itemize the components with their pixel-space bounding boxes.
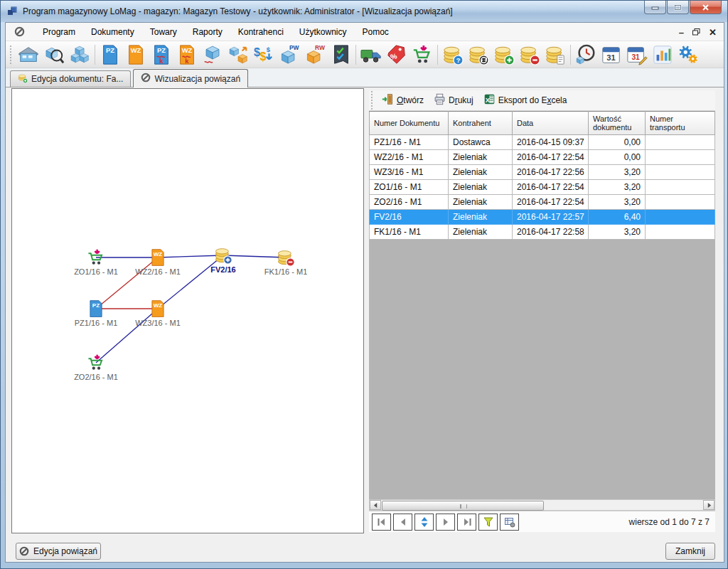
table-row-fk1-16-m1[interactable]: FK1/16 - M1Zieleniak2016-04-17 22:583,20 — [370, 225, 715, 240]
table-row-wz3-16-m1[interactable]: WZ3/16 - M1Zieleniak2016-04-17 22:563,20 — [370, 165, 715, 180]
mdi-restore-button[interactable] — [692, 28, 700, 37]
menu-item-uytkownicy[interactable]: Użytkownicy — [291, 24, 355, 40]
table-row-zo2-16-m1[interactable]: ZO2/16 - M1Zieleniak2016-04-17 22:543,20 — [370, 195, 715, 210]
menu-item-kontrahenci[interactable]: Kontrahenci — [230, 24, 291, 40]
diagram-node-wz2-16-m1[interactable]: WZWZ2/16 - M1 — [128, 248, 188, 276]
menu-item-towary[interactable]: Towary — [142, 24, 185, 40]
svg-text:31: 31 — [631, 53, 640, 60]
doc-pz-icon[interactable]: PZ — [97, 43, 123, 67]
node-label: ZO2/16 - M1 — [66, 373, 126, 381]
drukuj-button[interactable]: Drukuj — [429, 91, 478, 110]
diagram-node-zo2-16-m1[interactable]: ZO2/16 - M1 — [66, 353, 126, 381]
diagram-node-fk1-16-m1[interactable]: FK1/16 - M1 — [256, 248, 316, 276]
money-invoice-icon[interactable] — [542, 43, 568, 67]
scroll-right-arrow[interactable] — [703, 500, 714, 510]
panel-button-label: Otwórz — [397, 95, 424, 105]
scroll-left-arrow[interactable] — [370, 500, 381, 510]
svg-text:WZ: WZ — [182, 47, 193, 54]
table-cell — [646, 135, 715, 150]
money-question-icon[interactable]: ? — [440, 43, 466, 67]
horizontal-scrollbar[interactable] — [369, 499, 715, 511]
maximize-button[interactable] — [667, 1, 689, 14]
column-header-numer-dokumentu[interactable]: Numer Dokumentu — [370, 112, 449, 135]
table-row-zo1-16-m1[interactable]: ZO1/16 - M1Zieleniak2016-04-17 22:543,20 — [370, 180, 715, 195]
filter-button[interactable] — [478, 514, 498, 531]
transfer-icon[interactable] — [225, 43, 251, 67]
money-add-icon[interactable] — [491, 43, 517, 67]
purchase-icon[interactable] — [410, 43, 435, 67]
table-cell: FV2/16 — [370, 210, 449, 225]
tab-relations-view[interactable]: Wizualizacja powiązań — [133, 69, 248, 87]
inventory-icon[interactable] — [200, 43, 225, 67]
nav-last-button[interactable] — [457, 514, 476, 531]
nav-next-button[interactable] — [436, 514, 455, 531]
table-cell: WZ2/16 - M1 — [370, 150, 449, 165]
mdi-controls: – ✕ — [679, 23, 717, 41]
table-row-pz1-16-m1[interactable]: PZ1/16 - M1Dostawca2016-04-15 09:370,00 — [370, 135, 715, 150]
menu-item-raporty[interactable]: Raporty — [185, 24, 230, 40]
menu-item-program[interactable]: Program — [35, 24, 83, 40]
calendar-icon[interactable]: 31 — [599, 43, 624, 67]
toolbar-separator — [570, 45, 571, 65]
minimize-button[interactable] — [644, 1, 666, 14]
mdi-minimize-button[interactable]: – — [679, 28, 684, 37]
nav-first-button[interactable] — [372, 514, 391, 531]
history-icon[interactable] — [573, 43, 599, 67]
nav-sort-button[interactable] — [414, 514, 434, 531]
table-row-fv2-16[interactable]: FV2/16Zieleniak2016-04-17 22:576,40 — [370, 210, 715, 225]
table-cell — [646, 195, 715, 210]
table-row-wz2-16-m1[interactable]: WZ2/16 - M1Zieleniak2016-04-17 22:540,00 — [370, 150, 715, 165]
settings-icon[interactable] — [675, 43, 701, 67]
tab-label: Wizualizacja powiązań — [154, 74, 240, 84]
panel-toolbar: OtwórzDrukujXEksport do Excela — [369, 90, 715, 111]
prices-icon[interactable]: $$$ — [251, 43, 277, 67]
diagram-node-fv2-16[interactable]: FV2/16 — [193, 246, 253, 274]
eksport-do-excela-button[interactable]: XEksport do Excela — [478, 91, 572, 110]
table-cell: Zieleniak — [449, 165, 513, 180]
money-exchange-icon[interactable] — [466, 43, 491, 67]
close-view-button[interactable]: Zamknij — [665, 543, 715, 560]
doc-wzk-icon[interactable]: WZk — [174, 43, 200, 67]
print-icon — [434, 93, 446, 107]
statistics-icon[interactable] — [650, 43, 675, 67]
nav-prev-button[interactable] — [393, 514, 412, 531]
warehouse-icon[interactable] — [16, 43, 41, 67]
calendar-edit-icon[interactable]: 31 — [624, 43, 650, 67]
table-cell: Zieleniak — [449, 150, 513, 165]
box-pw-icon[interactable]: PW — [277, 43, 302, 67]
close-button[interactable] — [690, 1, 722, 14]
customize-button[interactable] — [500, 514, 519, 531]
transport-icon[interactable] — [358, 43, 384, 67]
tab-document-edit[interactable]: ellipse cx="14" cy="23" rx="11" ry="5" f… — [10, 70, 131, 87]
diagram-node-zo1-16-m1[interactable]: ZO1/16 - M1 — [66, 248, 126, 276]
tasks-icon[interactable] — [328, 43, 353, 67]
doc-pzk-icon[interactable]: PZk — [149, 43, 174, 67]
edit-connections-button[interactable]: Edycja powiązań — [16, 543, 101, 560]
doc-wz-icon[interactable]: WZ — [123, 43, 149, 67]
column-header-data[interactable]: Data — [513, 112, 589, 135]
box-rw-icon[interactable]: RW — [302, 43, 328, 67]
menu-item-dokumenty[interactable]: Dokumenty — [83, 24, 142, 40]
column-header-wartość-dokumentu[interactable]: Wartość dokumentu — [589, 112, 646, 135]
menu-item-pomoc[interactable]: Pomoc — [355, 24, 397, 40]
diagram-node-pz1-16-m1[interactable]: PZPZ1/16 - M1 — [66, 299, 126, 327]
tab-bar: ellipse cx="14" cy="23" rx="11" ry="5" f… — [6, 68, 724, 87]
mdi-close-button[interactable]: ✕ — [709, 28, 717, 37]
relations-diagram-canvas[interactable]: ZO1/16 - M1WZWZ2/16 - M1FV2/16FK1/16 - M… — [11, 88, 364, 533]
edit-connections-label: Edycja powiązań — [33, 546, 97, 556]
column-header-numer-transportu[interactable]: Numer transportu — [646, 112, 715, 135]
money-remove-icon[interactable] — [517, 43, 542, 67]
order-cart-icon — [87, 353, 105, 372]
scrollbar-thumb[interactable] — [382, 501, 544, 511]
column-header-kontrahent[interactable]: Kontrahent — [449, 112, 513, 135]
search-goods-icon[interactable] — [41, 43, 67, 67]
close-view-label: Zamknij — [675, 546, 705, 556]
otwórz-button[interactable]: Otwórz — [377, 91, 429, 110]
window-title: Program magazynowy LoMag - magazyn: Maga… — [23, 6, 453, 16]
table-cell — [646, 180, 715, 195]
table-cell: WZ3/16 - M1 — [370, 165, 449, 180]
table-cell: Zieleniak — [449, 195, 513, 210]
discounts-icon[interactable]: % — [384, 43, 410, 67]
diagram-node-wz3-16-m1[interactable]: WZWZ3/16 - M1 — [128, 299, 188, 327]
goods-icon[interactable] — [67, 43, 92, 67]
